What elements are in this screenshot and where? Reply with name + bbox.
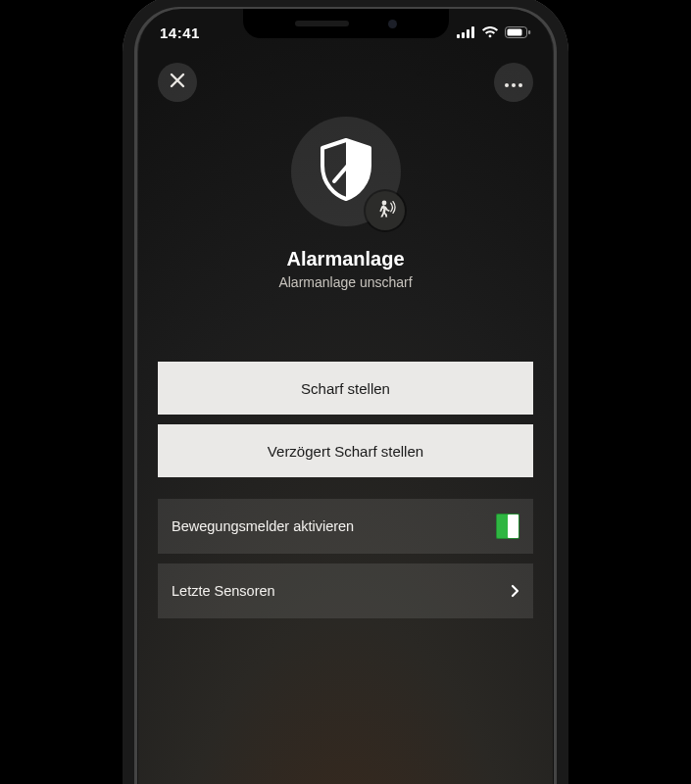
svg-rect-5 (508, 29, 522, 36)
modal-header (138, 63, 553, 102)
battery-icon (505, 26, 531, 38)
shield-icon (319, 138, 373, 205)
hero-title: Alarmanlage (286, 248, 404, 270)
svg-rect-3 (471, 26, 474, 38)
svg-rect-0 (457, 34, 460, 38)
last-sensors-label: Letzte Sensoren (172, 583, 511, 599)
wifi-icon (481, 26, 499, 38)
more-button[interactable] (494, 63, 533, 102)
svg-rect-6 (528, 30, 530, 34)
close-button[interactable] (158, 63, 197, 102)
motion-toggle-knob (508, 514, 518, 538)
cellular-icon (457, 26, 475, 38)
arm-button-label: Scharf stellen (301, 380, 390, 397)
motion-toggle-row[interactable]: Bewegungsmelder aktivieren (158, 499, 533, 554)
chevron-right-icon (511, 584, 519, 598)
front-camera (388, 20, 397, 28)
svg-point-8 (512, 83, 516, 87)
status-time: 14:41 (160, 19, 200, 41)
arm-delayed-button-label: Verzögert Scharf stellen (268, 443, 423, 460)
svg-point-7 (505, 83, 509, 87)
hero-subtitle: Alarmanlage unscharf (278, 274, 412, 290)
svg-point-9 (518, 83, 522, 87)
hero-icon-wrap (291, 117, 401, 226)
svg-point-10 (381, 201, 386, 206)
arm-button[interactable]: Scharf stellen (158, 362, 533, 415)
notch (243, 9, 449, 38)
earpiece (295, 21, 349, 26)
close-icon (170, 73, 185, 92)
svg-rect-1 (462, 32, 465, 38)
actions: Scharf stellen Verzögert Scharf stellen (158, 362, 533, 477)
arm-delayed-button[interactable]: Verzögert Scharf stellen (158, 424, 533, 477)
more-icon (505, 74, 522, 91)
screen: 14:41 (138, 9, 553, 784)
motion-toggle[interactable] (496, 514, 519, 539)
settings-rows: Bewegungsmelder aktivieren Letzte Sensor… (158, 499, 533, 618)
hero: Alarmanlage Alarmanlage unscharf (138, 117, 553, 290)
status-icons (457, 21, 531, 38)
motion-icon (374, 198, 396, 223)
last-sensors-row[interactable]: Letzte Sensoren (158, 564, 533, 618)
svg-rect-2 (467, 29, 469, 38)
motion-toggle-label: Bewegungsmelder aktivieren (172, 518, 496, 534)
phone-frame: 14:41 (123, 0, 568, 784)
motion-badge (366, 191, 405, 230)
